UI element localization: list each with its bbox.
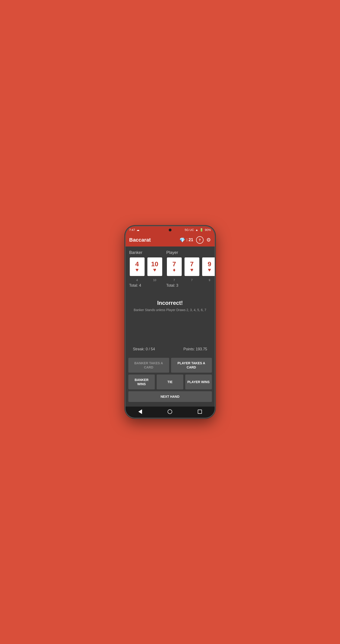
cloud-icon: ☁ xyxy=(136,228,139,232)
player-card-2: 7 ♥ xyxy=(184,257,200,276)
player-card-1-number: 7 xyxy=(173,278,175,282)
banker-card-1-value: 4 xyxy=(135,261,139,268)
banker-card-numbers: 4 10 xyxy=(129,278,163,282)
player-card-numbers: 7 7 9 xyxy=(166,278,215,282)
player-card-3-number: 9 xyxy=(209,278,210,282)
recent-button[interactable] xyxy=(198,410,202,414)
player-card-2-suit: ♥ xyxy=(190,268,193,272)
player-label: Player xyxy=(166,250,215,255)
next-hand-row: NEXT HAND xyxy=(128,391,212,402)
player-card-1: 7 ♦ xyxy=(166,257,182,276)
battery-icon: 🔋 xyxy=(200,228,203,232)
player-cards: 7 ♦ 7 ♥ 9 ♥ xyxy=(166,257,215,276)
player-card-2-number: 7 xyxy=(191,278,193,282)
player-card-2-value: 7 xyxy=(190,261,194,268)
app-title: Baccarat xyxy=(129,237,151,243)
player-card-3: 9 ♥ xyxy=(202,257,215,276)
action-buttons: BANKER TAKES A CARD PLAYER TAKES A CARD … xyxy=(126,358,215,407)
player-section: Player 7 ♦ 7 ♥ 9 ♥ xyxy=(166,250,215,288)
player-total: Total: 3 xyxy=(166,284,215,288)
banker-takes-card-button[interactable]: BANKER TAKES A CARD xyxy=(128,358,169,373)
help-button[interactable]: ? xyxy=(196,236,204,244)
banker-card-2-value: 10 xyxy=(151,261,158,268)
spacer xyxy=(129,316,211,344)
network-label: 5G UC xyxy=(185,228,194,232)
gem-icon: 💎 xyxy=(179,237,185,243)
player-card-1-value: 7 xyxy=(172,261,176,268)
player-card-3-suit: ♥ xyxy=(208,268,211,272)
banker-card-2-suit: ♥ xyxy=(153,268,156,272)
status-right: 5G UC ▲ 🔋 90% xyxy=(185,228,211,232)
player-card-1-suit: ♦ xyxy=(173,268,175,272)
player-card-3-value: 9 xyxy=(208,261,211,268)
gem-value: 21 xyxy=(188,238,193,242)
game-area: Banker 4 ♥ 10 ♥ 4 10 xyxy=(126,246,215,358)
feedback-area: Incorrect! Banker Stands unless Player D… xyxy=(129,290,211,316)
tie-button[interactable]: TIE xyxy=(157,374,183,389)
points-stat: Points: 193.75 xyxy=(183,347,207,351)
next-hand-button[interactable]: NEXT HAND xyxy=(128,391,212,402)
gem-colon: : xyxy=(186,238,188,242)
phone-frame: 7:47 ☁ 5G UC ▲ 🔋 90% Baccarat 💎 : 21 ? ⚙ xyxy=(125,226,215,419)
status-left: 7:47 ☁ xyxy=(129,228,139,232)
signal-icon: ▲ xyxy=(195,228,198,232)
banker-total: Total: 4 xyxy=(129,284,163,288)
outcome-row: BANKER WINS TIE PLAYER WINS xyxy=(128,374,212,389)
banker-card-1-suit: ♥ xyxy=(136,268,139,272)
app-bar: Baccarat 💎 : 21 ? ⚙ xyxy=(126,234,215,246)
player-takes-card-button[interactable]: PLAYER TAKES A CARD xyxy=(171,358,212,373)
camera-notch xyxy=(169,228,172,232)
banker-card-1-number: 4 xyxy=(136,278,138,282)
gem-score: 💎 : 21 xyxy=(179,237,193,243)
time: 7:47 xyxy=(129,228,135,232)
nav-bar xyxy=(126,406,215,418)
home-button[interactable] xyxy=(168,409,172,414)
banker-section: Banker 4 ♥ 10 ♥ 4 10 xyxy=(129,250,163,288)
banker-wins-button[interactable]: BANKER WINS xyxy=(128,374,155,389)
app-bar-right: 💎 : 21 ? ⚙ xyxy=(179,236,211,244)
feedback-subtitle: Banker Stands unless Player Draws 2, 3, … xyxy=(133,308,207,312)
feedback-title: Incorrect! xyxy=(133,300,207,306)
hands-row: Banker 4 ♥ 10 ♥ 4 10 xyxy=(129,250,211,288)
banker-card-1: 4 ♥ xyxy=(129,257,145,276)
streak-stat: Streak: 0 / 54 xyxy=(133,347,155,351)
stats-row: Streak: 0 / 54 Points: 193.75 xyxy=(129,344,211,354)
take-card-row: BANKER TAKES A CARD PLAYER TAKES A CARD xyxy=(128,358,212,373)
banker-card-2: 10 ♥ xyxy=(147,257,163,276)
back-button[interactable] xyxy=(138,409,142,414)
banker-card-2-number: 10 xyxy=(153,278,156,282)
settings-button[interactable]: ⚙ xyxy=(206,237,211,243)
battery-level: 90% xyxy=(205,228,211,232)
banker-label: Banker xyxy=(129,250,163,255)
banker-cards: 4 ♥ 10 ♥ xyxy=(129,257,163,276)
player-wins-button[interactable]: PLAYER WINS xyxy=(185,374,212,389)
